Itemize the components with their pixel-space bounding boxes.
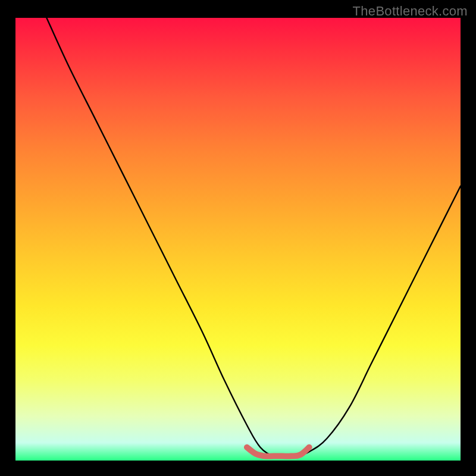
watermark-text: TheBottleneck.com	[353, 4, 468, 19]
chart-plot-area	[15, 18, 461, 461]
optimal-band-path	[247, 447, 309, 456]
chart-curves-svg	[15, 18, 461, 461]
bottleneck-curve-path	[46, 18, 461, 457]
